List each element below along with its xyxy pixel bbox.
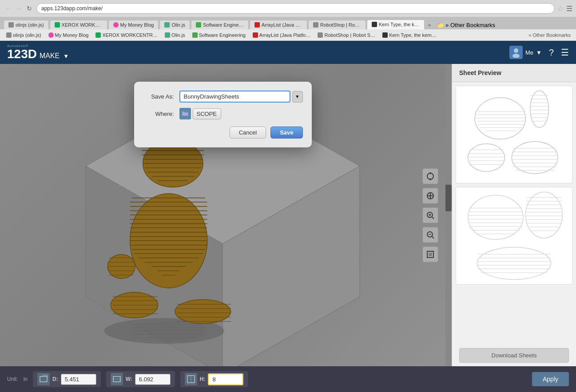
download-sheets-button[interactable]: Download Sheets [459,348,569,363]
save-button[interactable]: Save [270,127,302,139]
bookmark-star-icon[interactable]: ☆ [557,4,564,13]
filename-input[interactable] [179,91,290,103]
modal-overlay: Save As: ▼ Where: [0,64,445,366]
back-button[interactable]: ← [4,4,12,13]
bookmark-label: My Money Blog [55,32,89,38]
3d-viewport[interactable]: Save As: ▼ Where: [0,64,445,366]
svg-point-1 [512,54,520,58]
tab-favicon [196,22,201,28]
more-bookmarks-button[interactable]: » Other Bookmarks [527,32,572,39]
reload-button[interactable]: ↻ [25,4,34,13]
forward-button[interactable]: → [14,4,23,13]
tab-favicon [164,22,170,28]
depth-label: D: [52,376,58,382]
tab-robotshop[interactable]: RobotShop | Robot S… [308,20,366,29]
height-input[interactable] [208,373,243,385]
logo-make: MAKE [40,52,60,60]
unit-value: in [24,376,28,382]
height-dimension-group: H: [180,371,248,387]
bookmark-label: olinjs (olin.js) [13,32,41,38]
bookmark-favicon [6,32,12,38]
tab-favicon [113,22,119,28]
tab-xerox[interactable]: XEROX WORKCENT… [50,20,107,29]
logo-123d: 123D [7,48,37,60]
address-bar[interactable] [36,3,555,14]
location-select[interactable]: SCOPE [193,108,221,119]
bookmarks-folder-icon: 📁 [437,22,444,28]
width-input[interactable] [135,374,171,385]
tab-olinjs[interactable]: olinjs (olin.js) [4,20,49,29]
panel-header: Sheet Preview [452,64,576,82]
depth-input[interactable] [61,374,96,385]
tab-software-eng[interactable]: Software Engineering [191,20,249,29]
tab-label: Kern Type, the kern… [379,22,420,27]
bookmark-label: RobotShop | Robot S… [324,32,375,38]
svg-point-0 [514,48,518,53]
bookmark-software-eng[interactable]: Software Engineering [190,32,248,39]
sheet-previews-list [452,82,576,344]
depth-svg-icon [39,375,48,384]
bookmark-favicon [192,32,198,38]
nav-buttons: ← → ↻ [4,4,34,13]
tab-favicon [8,22,14,28]
tab-label: XEROX WORKCENT… [62,22,103,28]
svg-rect-164 [40,376,47,382]
logo-dropdown-icon[interactable]: ▼ [63,53,69,59]
location-group: SCOPE [179,108,303,119]
main-area: Save As: ▼ Where: [0,64,576,366]
browser-toolbar: ← → ↻ ☆ ☰ [0,0,576,17]
tab-moneyblog[interactable]: My Money Blog [108,20,159,29]
width-icon [111,373,123,385]
browser-chrome: ← → ↻ ☆ ☰ olinjs (olin.js) XEROX WORKCEN… [0,0,576,41]
tab-label: My Money Blog [120,22,154,28]
tab-favicon [254,22,260,28]
folder-icon [179,108,191,119]
cancel-button[interactable]: Cancel [230,127,266,139]
bookmark-olinjs[interactable]: olinjs (olin.js) [4,32,44,39]
bookmark-kerntype[interactable]: Kern Type, the kern… [380,32,439,39]
height-icon [185,373,197,385]
filename-group: ▼ [179,91,303,103]
bookmark-xerox[interactable]: XEROX WORKCENTR… [93,32,160,39]
browser-tabs: olinjs (olin.js) XEROX WORKCENT… My Mone… [0,17,576,29]
other-bookmarks-label: » Other Bookmarks [445,22,495,28]
bookmark-olinjs2[interactable]: Olin.js [162,32,188,39]
user-label: Me [525,49,533,56]
tab-kerntype[interactable]: Kern Type, the kern… [367,20,425,29]
viewport-scrollbar[interactable] [445,64,452,366]
menu-button[interactable]: ☰ [561,47,569,58]
save-dialog: Save As: ▼ Where: [134,82,312,147]
svg-rect-136 [459,187,569,284]
save-as-label: Save As: [143,93,174,100]
folder-svg-icon [182,111,189,117]
height-svg-icon [187,375,195,384]
other-bookmarks-button[interactable]: 📁 » Other Bookmarks [434,21,498,29]
user-menu[interactable]: Me ▼ [509,46,542,59]
bottom-bar: Unit: in D: W: [0,366,576,392]
bookmark-label: XEROX WORKCENTR… [102,32,158,38]
sheet-preview-1[interactable] [456,86,572,183]
extension-icon[interactable]: ☰ [566,4,572,13]
tab-olinjs2[interactable]: Olin.js [159,20,190,29]
depth-dimension-group: D: [33,371,101,387]
bookmark-robotshop[interactable]: RobotShop | Robot S… [315,32,378,39]
tab-favicon [313,22,318,28]
help-button[interactable]: ? [549,48,554,58]
tab-arraylist[interactable]: ArrayList (Java Platfo… [250,20,307,29]
tab-label: Software Engineering [203,22,244,28]
apply-button[interactable]: Apply [532,372,569,386]
bookmark-favicon [95,32,101,38]
more-tabs-button[interactable]: » [425,20,433,29]
app-header: Autodesk® 123D MAKE ▼ Me ▼ ? [0,41,576,64]
sheet-preview-2[interactable] [456,187,572,285]
bookmark-label: Kern Type, the kern… [389,32,437,38]
location-select-wrapper: SCOPE [193,108,303,119]
tab-favicon [55,22,60,28]
sheet-2-preview [456,187,572,284]
app-container: Autodesk® 123D MAKE ▼ Me ▼ ? [0,41,576,392]
bookmark-arraylist[interactable]: ArrayList (Java Platfo… [250,32,314,39]
filename-dropdown-button[interactable]: ▼ [292,91,303,103]
sheet-preview-panel: Sheet Preview [452,64,576,366]
scrollbar-thumb[interactable] [445,185,452,211]
bookmark-moneyblog[interactable]: My Money Blog [46,32,91,39]
